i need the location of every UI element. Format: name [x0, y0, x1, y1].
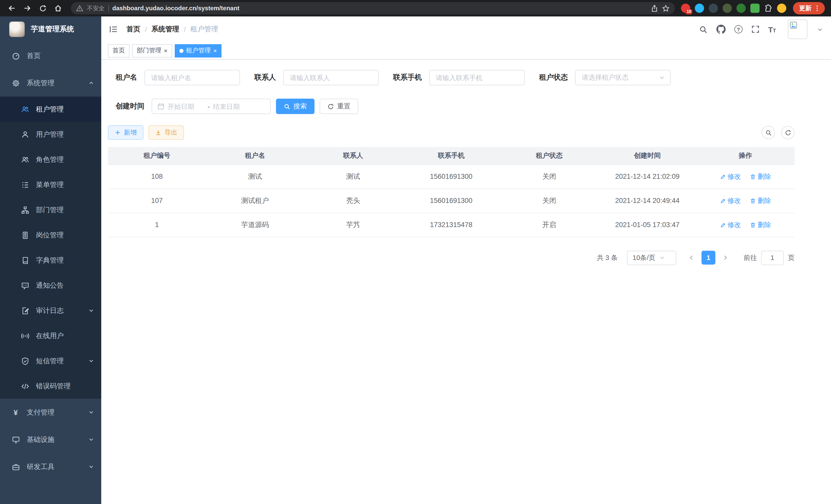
avatar-caret-icon[interactable] [817, 26, 823, 32]
close-icon[interactable]: × [213, 48, 217, 54]
cell-tenant-id: 108 [108, 165, 206, 188]
bookmark-star-icon[interactable] [662, 4, 670, 12]
status-select[interactable]: 请选择租户状态 [575, 70, 671, 85]
sidebar-group-devtools[interactable]: 研发工具 [0, 453, 101, 480]
filter-mobile: 联系手机 [393, 70, 525, 85]
extension-icon-blue[interactable] [695, 4, 704, 13]
search-icon[interactable] [699, 25, 708, 34]
tab-dept[interactable]: 部门管理 × [132, 44, 172, 57]
page-number-button[interactable]: 1 [701, 251, 715, 265]
sidebar-group-audit-log[interactable]: 审计日志 [0, 298, 101, 323]
pagination-goto: 前往 页 [744, 250, 795, 265]
yen-icon: ¥ [11, 408, 20, 417]
url-text[interactable]: dashboard.yudao.iocoder.cn/system/tenant [112, 5, 647, 12]
extension-icon-red[interactable]: 10 [681, 4, 690, 13]
sidebar-collapse-icon[interactable] [109, 25, 118, 34]
page-size-select[interactable]: 10条/页 [627, 250, 676, 265]
search-button[interactable]: 搜索 [276, 99, 315, 114]
filter-create-time: 创建时间 - [116, 99, 271, 114]
trash-icon [750, 198, 756, 204]
mobile-input[interactable] [429, 70, 525, 85]
role-users-icon [21, 155, 29, 164]
next-page-button[interactable] [718, 251, 732, 265]
close-icon[interactable]: × [164, 48, 168, 54]
org-tree-icon [21, 206, 29, 214]
export-button[interactable]: 导出 [148, 125, 184, 140]
chevron-down-icon [88, 464, 94, 470]
sidebar-item-home[interactable]: 首页 [0, 42, 101, 69]
sidebar-item-error-code[interactable]: 错误码管理 [0, 374, 101, 399]
sidebar-item-role[interactable]: 角色管理 [0, 147, 101, 172]
search-toggle-button[interactable] [762, 126, 775, 139]
tab-label: 首页 [113, 46, 125, 55]
filter-contact: 联系人 [254, 70, 379, 85]
contact-input[interactable] [283, 70, 379, 85]
address-bar[interactable]: 不安全 dashboard.yudao.iocoder.cn/system/te… [71, 2, 675, 14]
cell-tenant-name: 测试租户 [206, 188, 304, 213]
extension-icon-chat[interactable] [750, 4, 760, 13]
security-label[interactable]: 不安全 [87, 4, 105, 12]
sidebar-item-post[interactable]: 岗位管理 [0, 223, 101, 248]
github-icon[interactable] [716, 25, 725, 34]
edit-link[interactable]: 修改 [720, 196, 741, 205]
extension-icon-dark[interactable] [709, 4, 718, 13]
sidebar-item-dict[interactable]: 字典管理 [0, 248, 101, 273]
sidebar-item-menu[interactable]: 菜单管理 [0, 172, 101, 197]
delete-link[interactable]: 删除 [750, 172, 771, 181]
sidebar-item-online-user[interactable]: 在线用户 [0, 323, 101, 348]
breadcrumb-home[interactable]: 首页 [126, 25, 140, 34]
sidebar-group-payment[interactable]: ¥ 支付管理 [0, 399, 101, 426]
sidebar-item-user[interactable]: 用户管理 [0, 122, 101, 147]
cell-status: 关闭 [500, 165, 598, 188]
sidebar-group-system[interactable]: 系统管理 [0, 69, 101, 97]
security-warning-icon[interactable] [76, 5, 83, 12]
cell-contact: 测试 [304, 165, 402, 188]
extension-icon-olive[interactable] [722, 4, 732, 13]
extension-icon-green[interactable] [737, 4, 746, 13]
breadcrumb-system[interactable]: 系统管理 [152, 25, 179, 34]
sidebar-group-sms[interactable]: 短信管理 [0, 348, 101, 374]
fullscreen-icon[interactable] [751, 25, 759, 33]
date-range-picker[interactable]: - [152, 99, 271, 114]
sidebar-item-notice[interactable]: 通知公告 [0, 273, 101, 298]
tenant-users-icon [21, 105, 29, 113]
prev-page-button[interactable] [685, 251, 698, 265]
help-icon[interactable]: ? [734, 25, 742, 33]
sidebar-item-dept[interactable]: 部门管理 [0, 197, 101, 223]
share-icon[interactable] [651, 4, 658, 12]
goto-unit: 页 [788, 253, 795, 262]
select-placeholder: 请选择租户状态 [582, 73, 659, 82]
sidebar-group-infra[interactable]: 基础设施 [0, 426, 101, 453]
add-button[interactable]: 新增 [108, 125, 143, 140]
home-icon[interactable] [51, 2, 65, 15]
sidebar-submenu-system: 租户管理 用户管理 角色管理 菜单管理 [0, 97, 101, 399]
delete-link[interactable]: 删除 [750, 220, 771, 229]
menu-list-icon [21, 181, 29, 189]
edit-link[interactable]: 修改 [720, 220, 741, 229]
breadcrumb-separator: / [184, 25, 186, 33]
app-logo[interactable]: 芋道管理系统 [0, 17, 101, 42]
reset-button[interactable]: 重置 [320, 99, 358, 114]
tab-tenant[interactable]: 租户管理 × [175, 44, 222, 57]
refresh-table-button[interactable] [781, 126, 795, 139]
back-icon[interactable] [5, 2, 19, 15]
font-size-icon[interactable]: TT [768, 25, 776, 33]
kebab-menu-icon[interactable] [813, 5, 821, 12]
profile-avatar-icon[interactable] [777, 4, 786, 13]
date-start-input[interactable] [168, 102, 204, 110]
filter-label: 创建时间 [116, 102, 144, 111]
delete-link[interactable]: 删除 [750, 196, 771, 205]
reload-icon[interactable] [36, 2, 49, 15]
extensions-tray: 10 更新 [681, 2, 826, 14]
sidebar-item-tenant[interactable]: 租户管理 [0, 97, 101, 122]
update-button[interactable]: 更新 [793, 2, 825, 14]
extensions-puzzle-icon[interactable] [764, 4, 772, 12]
tenant-name-input[interactable] [144, 70, 240, 85]
date-end-input[interactable] [213, 102, 250, 110]
edit-link[interactable]: 修改 [720, 172, 741, 181]
pagination-total: 共 3 条 [597, 253, 618, 262]
avatar[interactable] [788, 20, 807, 39]
tab-home[interactable]: 首页 [108, 44, 130, 57]
forward-icon[interactable] [21, 2, 34, 15]
goto-page-input[interactable] [761, 250, 784, 265]
